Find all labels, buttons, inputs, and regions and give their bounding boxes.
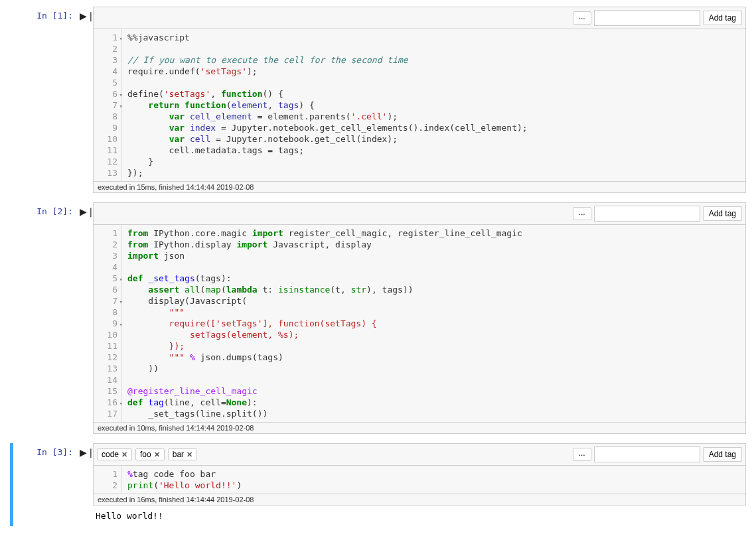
line-number: 6 (94, 284, 121, 295)
add-tag-button[interactable]: Add tag (703, 11, 742, 25)
code-text[interactable]: %tag code foo barprint('Hello world!!') (122, 466, 745, 494)
line-number: 13 (94, 363, 121, 374)
code-line[interactable]: %%javascript (127, 32, 740, 43)
tag-input[interactable] (594, 446, 700, 462)
tag-input[interactable] (594, 10, 700, 26)
line-number: 9 (94, 122, 121, 133)
code-line[interactable]: }); (127, 340, 740, 352)
execution-time-info: executed in 15ms, finished 14:14:44 2019… (93, 182, 746, 193)
add-tag-button[interactable]: Add tag (703, 447, 742, 462)
code-line[interactable]: setTags(element, %s); (127, 329, 740, 340)
code-line[interactable]: display(Javascript( (127, 295, 740, 306)
code-line[interactable]: _set_tags(line.split()) (127, 408, 740, 419)
code-line[interactable]: print('Hello world!!') (127, 480, 740, 491)
line-number: 6 (94, 88, 121, 100)
line-number: 2 (94, 480, 121, 491)
code-line[interactable] (127, 261, 740, 273)
code-line[interactable]: } (127, 156, 740, 167)
tag-label: bar (173, 450, 184, 459)
line-number: 13 (94, 167, 121, 178)
code-line[interactable]: var cell_element = element.parents('.cel… (127, 111, 740, 122)
line-number: 12 (94, 352, 121, 363)
line-number: 4 (94, 66, 121, 77)
code-text[interactable]: from IPython.core.magic import register_… (122, 225, 745, 422)
more-button[interactable]: ... (573, 11, 591, 25)
code-cell[interactable]: In [1]:▶❘...Add tag12345678910111213%%ja… (10, 7, 746, 193)
tag-label: foo (140, 450, 151, 459)
tag-input[interactable] (594, 206, 700, 222)
line-number: 12 (94, 156, 121, 167)
line-number: 3 (94, 250, 121, 261)
line-number: 2 (94, 43, 121, 54)
code-line[interactable]: """ % json.dumps(tags) (127, 352, 740, 363)
cell-tag-toolbar: code✕foo✕bar✕...Add tag (93, 443, 746, 466)
line-number: 1 (94, 32, 121, 43)
code-cell[interactable]: In [2]:▶❘...Add tag123456789101112131415… (10, 202, 746, 434)
line-number-gutter: 12345678910111213 (94, 29, 122, 181)
line-number: 7 (94, 100, 121, 111)
line-number: 4 (94, 261, 121, 273)
remove-tag-icon[interactable]: ✕ (154, 450, 160, 459)
input-prompt: In [3]: (10, 443, 80, 526)
code-line[interactable]: // If you want to execute the cell for t… (127, 54, 740, 66)
code-editor[interactable]: 1234567891011121314151617from IPython.co… (93, 225, 746, 423)
code-editor[interactable]: 12%tag code foo barprint('Hello world!!'… (93, 466, 746, 494)
line-number-gutter: 1234567891011121314151617 (94, 225, 122, 422)
code-line[interactable]: from IPython.core.magic import register_… (127, 228, 740, 239)
cell-tag-toolbar: ...Add tag (93, 202, 746, 225)
code-line[interactable]: from IPython.display import Javascript, … (127, 239, 740, 250)
code-line[interactable]: var cell = Jupyter.notebook.get_cell(ind… (127, 133, 740, 145)
code-line[interactable] (127, 43, 740, 54)
line-number: 2 (94, 239, 121, 250)
tag-label: code (102, 450, 119, 459)
code-line[interactable]: @register_line_cell_magic (127, 385, 740, 397)
code-editor[interactable]: 12345678910111213%%javascript // If you … (93, 29, 746, 182)
line-number: 16 (94, 397, 121, 408)
tag-chip: bar✕ (168, 448, 197, 460)
cell-tag-toolbar: ...Add tag (93, 7, 746, 29)
code-line[interactable]: %tag code foo bar (127, 468, 740, 480)
code-line[interactable] (127, 77, 740, 88)
line-number: 5 (94, 77, 121, 88)
line-number: 5 (94, 273, 121, 284)
code-line[interactable]: require.undef('setTags'); (127, 66, 740, 77)
code-line[interactable]: """ (127, 306, 740, 318)
code-line[interactable]: cell.metadata.tags = tags; (127, 145, 740, 156)
code-line[interactable] (127, 374, 740, 385)
tag-chip: foo✕ (135, 448, 165, 460)
cell-output: Hello world!! (93, 506, 746, 526)
code-line[interactable]: )) (127, 363, 740, 374)
code-cell[interactable]: In [3]:▶❘code✕foo✕bar✕...Add tag12%tag c… (10, 443, 746, 526)
input-prompt: In [2]: (10, 202, 80, 434)
remove-tag-icon[interactable]: ✕ (121, 450, 127, 459)
line-number: 15 (94, 385, 121, 397)
line-number: 8 (94, 306, 121, 318)
add-tag-button[interactable]: Add tag (703, 206, 742, 221)
code-line[interactable]: def tag(line, cell=None): (127, 397, 740, 408)
line-number: 7 (94, 295, 121, 306)
code-line[interactable]: require(['setTags'], function(setTags) { (127, 318, 740, 329)
more-button[interactable]: ... (573, 448, 591, 461)
line-number: 1 (94, 468, 121, 480)
execution-time-info: executed in 10ms, finished 14:14:44 2019… (93, 423, 746, 434)
code-line[interactable]: }); (127, 167, 740, 178)
code-line[interactable]: return function(element, tags) { (127, 100, 740, 111)
line-number: 8 (94, 111, 121, 122)
code-text[interactable]: %%javascript // If you want to execute t… (122, 29, 745, 181)
code-line[interactable]: assert all(map(lambda t: isinstance(t, s… (127, 284, 740, 295)
line-number-gutter: 12 (94, 466, 122, 494)
line-number: 1 (94, 228, 121, 239)
line-number: 3 (94, 54, 121, 66)
remove-tag-icon[interactable]: ✕ (187, 450, 192, 459)
code-line[interactable]: import json (127, 250, 740, 261)
code-line[interactable]: define('setTags', function() { (127, 88, 740, 100)
more-button[interactable]: ... (573, 207, 591, 220)
line-number: 9 (94, 318, 121, 329)
line-number: 11 (94, 340, 121, 352)
input-prompt: In [1]: (10, 7, 80, 193)
line-number: 10 (94, 329, 121, 340)
execution-time-info: executed in 16ms, finished 14:14:44 2019… (93, 494, 746, 506)
code-line[interactable]: var index = Jupyter.notebook.get_cell_el… (127, 122, 740, 133)
code-line[interactable]: def _set_tags(tags): (127, 273, 740, 284)
line-number: 10 (94, 133, 121, 145)
